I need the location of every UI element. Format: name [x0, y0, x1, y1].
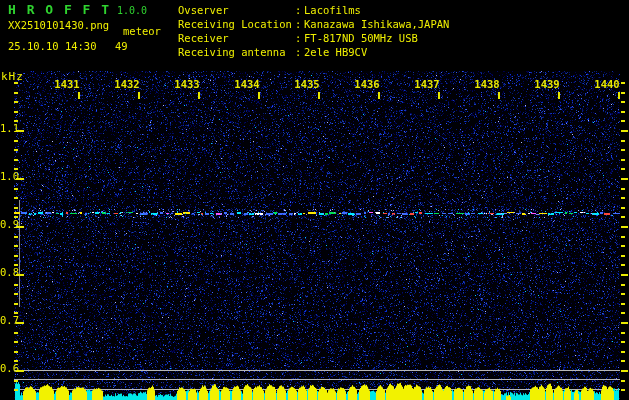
freq-tick-label: 1.0	[0, 171, 17, 183]
time-tick-label: 1435	[294, 78, 320, 90]
info-label: Receiving antenna	[178, 45, 295, 59]
time-tick-label: 1436	[354, 78, 380, 90]
info-separator: :	[295, 31, 304, 45]
time-tick-label: 1433	[174, 78, 200, 90]
mode-label: meteor	[123, 26, 161, 38]
datetime: 25.10.10 14:30	[8, 41, 97, 53]
info-label: Receiving Location	[178, 17, 295, 31]
echo-count: 49	[115, 41, 128, 53]
time-tick-label: 1439	[534, 78, 560, 90]
spectrogram-canvas	[0, 0, 629, 400]
info-separator: :	[295, 45, 304, 59]
station-info: Ovserver:LacofilmsReceiving Location:Kan…	[178, 3, 449, 59]
freq-tick-label: 0.8	[0, 267, 17, 279]
freq-tick-label: 0.7	[0, 315, 17, 327]
time-tick-label: 1431	[54, 78, 80, 90]
info-row: Receiver:FT-817ND 50MHz USB	[178, 31, 449, 45]
info-value: FT-817ND 50MHz USB	[304, 32, 418, 44]
time-tick-label: 1440	[594, 78, 620, 90]
freq-axis-unit: kHz	[1, 71, 24, 83]
info-label: Ovserver	[178, 3, 295, 17]
info-label: Receiver	[178, 31, 295, 45]
info-row: Ovserver:Lacofilms	[178, 3, 449, 17]
time-tick-label: 1437	[414, 78, 440, 90]
app-version: 1.0.0	[117, 5, 147, 16]
info-separator: :	[295, 3, 304, 17]
info-value: 2ele HB9CV	[304, 46, 367, 58]
info-row: Receiving antenna:2ele HB9CV	[178, 45, 449, 59]
info-value: Kanazawa Ishikawa,JAPAN	[304, 18, 449, 30]
freq-tick-label: 0.9	[0, 219, 17, 231]
info-value: Lacofilms	[304, 4, 361, 16]
time-tick-label: 1432	[114, 78, 140, 90]
app-title: H R O F F T	[8, 3, 111, 17]
freq-tick-label: 1.1	[0, 123, 17, 135]
time-tick-label: 1434	[234, 78, 260, 90]
time-tick-label: 1438	[474, 78, 500, 90]
info-row: Receiving Location:Kanazawa Ishikawa,JAP…	[178, 17, 449, 31]
hrofft-spectrogram-screen: H R O F F T 1.0.0 XX2510101430.png meteo…	[0, 0, 629, 400]
filename: XX2510101430.png	[8, 20, 109, 32]
info-separator: :	[295, 17, 304, 31]
freq-tick-label: 0.6	[0, 363, 17, 375]
